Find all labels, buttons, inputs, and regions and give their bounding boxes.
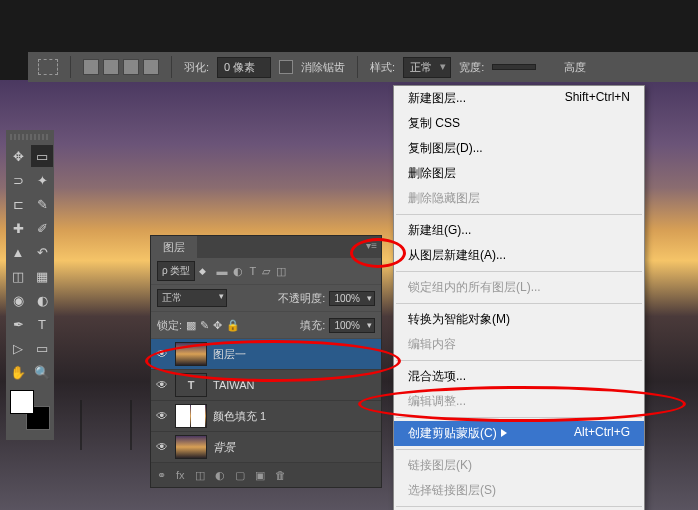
lasso-tool-icon[interactable]: ⊃: [7, 169, 29, 191]
layer-thumb[interactable]: [175, 404, 207, 428]
layer-name[interactable]: TAIWAN: [213, 379, 255, 391]
move-tool-icon[interactable]: ✥: [7, 145, 29, 167]
marquee-icon: [38, 59, 58, 75]
group-icon[interactable]: ▢: [235, 469, 245, 482]
link-layers-icon[interactable]: ⚭: [157, 469, 166, 482]
visibility-icon[interactable]: 👁: [155, 409, 169, 423]
selection-mode-icons[interactable]: [83, 59, 159, 75]
layer-name[interactable]: 背景: [213, 440, 235, 455]
lock-all-icon[interactable]: 🔒: [226, 319, 240, 332]
menu-item: 编辑内容: [394, 332, 644, 357]
pen-tool-icon[interactable]: ✒: [7, 313, 29, 335]
lock-position-icon[interactable]: ✥: [213, 319, 222, 332]
filter-shape-icon[interactable]: ▱: [262, 265, 270, 278]
style-dropdown[interactable]: 正常: [403, 57, 451, 78]
filter-adjust-icon[interactable]: ◐: [233, 265, 243, 278]
crop-tool-icon[interactable]: ⊏: [7, 193, 29, 215]
options-bar: 羽化: 0 像素 消除锯齿 样式: 正常 宽度: 高度: [28, 52, 698, 82]
menu-item[interactable]: 从图层新建组(A)...: [394, 243, 644, 268]
layer-name[interactable]: 颜色填充 1: [213, 409, 266, 424]
shape-tool-icon[interactable]: ▭: [31, 337, 53, 359]
lock-transparent-icon[interactable]: ▩: [186, 319, 196, 332]
layer-item[interactable]: 👁 背景: [151, 432, 381, 463]
menu-item[interactable]: 转换为智能对象(M): [394, 307, 644, 332]
new-layer-icon[interactable]: ▣: [255, 469, 265, 482]
filter-type-icon[interactable]: T: [249, 265, 256, 278]
foreground-color[interactable]: [10, 390, 34, 414]
layer-item[interactable]: 👁 T TAIWAN: [151, 370, 381, 401]
color-swatches[interactable]: [10, 390, 50, 430]
menu-item[interactable]: 复制 CSS: [394, 111, 644, 136]
hand-tool-icon[interactable]: ✋: [7, 361, 29, 383]
layer-thumb[interactable]: T: [175, 373, 207, 397]
filter-smart-icon[interactable]: ◫: [276, 265, 286, 278]
menu-item: 编辑调整...: [394, 389, 644, 414]
opacity-input[interactable]: 100%: [329, 291, 375, 306]
layers-tab[interactable]: 图层: [151, 236, 197, 259]
fill-label: 填充:: [300, 318, 325, 333]
style-label: 样式:: [370, 60, 395, 75]
menu-item: 选择链接图层(S): [394, 478, 644, 503]
filter-pixel-icon[interactable]: ▬: [216, 265, 227, 278]
visibility-icon[interactable]: 👁: [155, 347, 169, 361]
layer-list: 👁 图层一 👁 T TAIWAN 👁 颜色填充 1 👁 背景: [151, 339, 381, 463]
layer-thumb[interactable]: [175, 435, 207, 459]
wand-tool-icon[interactable]: ✦: [31, 169, 53, 191]
fill-input[interactable]: 100%: [329, 318, 375, 333]
brush-tool-icon[interactable]: ✐: [31, 217, 53, 239]
layer-name[interactable]: 图层一: [213, 347, 246, 362]
layer-context-menu: 新建图层...Shift+Ctrl+N复制 CSS复制图层(D)...删除图层删…: [393, 85, 645, 510]
path-select-icon[interactable]: ▷: [7, 337, 29, 359]
adjustment-icon[interactable]: ◐: [215, 469, 225, 482]
layers-footer: ⚭ fx ◫ ◐ ▢ ▣ 🗑: [151, 463, 381, 487]
panel-menu-icon[interactable]: ▾≡: [366, 240, 377, 251]
feather-label: 羽化:: [184, 60, 209, 75]
zoom-tool-icon[interactable]: 🔍: [31, 361, 53, 383]
type-tool-icon[interactable]: T: [31, 313, 53, 335]
tools-panel: ✥▭ ⊃✦ ⊏✎ ✚✐ ▲↶ ◫▦ ◉◐ ✒T ▷▭ ✋🔍: [6, 130, 54, 440]
antialias-label: 消除锯齿: [301, 60, 345, 75]
menu-item[interactable]: 新建组(G)...: [394, 218, 644, 243]
blend-mode-dropdown[interactable]: 正常: [157, 289, 227, 307]
menu-item: 删除隐藏图层: [394, 186, 644, 211]
marquee-tool-icon[interactable]: ▭: [31, 145, 53, 167]
menu-item[interactable]: 复制图层(D)...: [394, 136, 644, 161]
visibility-icon[interactable]: 👁: [155, 440, 169, 454]
opacity-label: 不透明度:: [278, 291, 325, 306]
width-label: 宽度:: [459, 60, 484, 75]
fx-icon[interactable]: fx: [176, 469, 185, 481]
layer-item[interactable]: 👁 图层一: [151, 339, 381, 370]
history-brush-icon[interactable]: ↶: [31, 241, 53, 263]
eyedropper-tool-icon[interactable]: ✎: [31, 193, 53, 215]
gradient-tool-icon[interactable]: ▦: [31, 265, 53, 287]
layer-item[interactable]: 👁 颜色填充 1: [151, 401, 381, 432]
menu-item: 锁定组内的所有图层(L)...: [394, 275, 644, 300]
delete-icon[interactable]: 🗑: [275, 469, 286, 481]
filter-kind-dropdown[interactable]: ρ 类型: [157, 261, 195, 281]
menu-item[interactable]: 删除图层: [394, 161, 644, 186]
stamp-tool-icon[interactable]: ▲: [7, 241, 29, 263]
layers-panel: 图层 ▾≡ ρ 类型 ◆ ▬ ◐ T ▱ ◫ 正常 不透明度: 100% 锁定:…: [150, 235, 382, 488]
blur-tool-icon[interactable]: ◉: [7, 289, 29, 311]
feather-input[interactable]: 0 像素: [217, 57, 271, 78]
menu-item[interactable]: 新建图层...Shift+Ctrl+N: [394, 86, 644, 111]
antialias-checkbox[interactable]: [279, 60, 293, 74]
width-input[interactable]: [492, 64, 536, 70]
eraser-tool-icon[interactable]: ◫: [7, 265, 29, 287]
dodge-tool-icon[interactable]: ◐: [31, 289, 53, 311]
lock-label: 锁定:: [157, 318, 182, 333]
menu-item[interactable]: 创建剪贴蒙版(C)Alt+Ctrl+G: [394, 421, 644, 446]
menu-item: 链接图层(K): [394, 453, 644, 478]
menu-item[interactable]: 混合选项...: [394, 364, 644, 389]
visibility-icon[interactable]: 👁: [155, 378, 169, 392]
mask-icon[interactable]: ◫: [195, 469, 205, 482]
layer-thumb[interactable]: [175, 342, 207, 366]
height-label: 高度: [564, 60, 586, 75]
lock-paint-icon[interactable]: ✎: [200, 319, 209, 332]
healing-tool-icon[interactable]: ✚: [7, 217, 29, 239]
